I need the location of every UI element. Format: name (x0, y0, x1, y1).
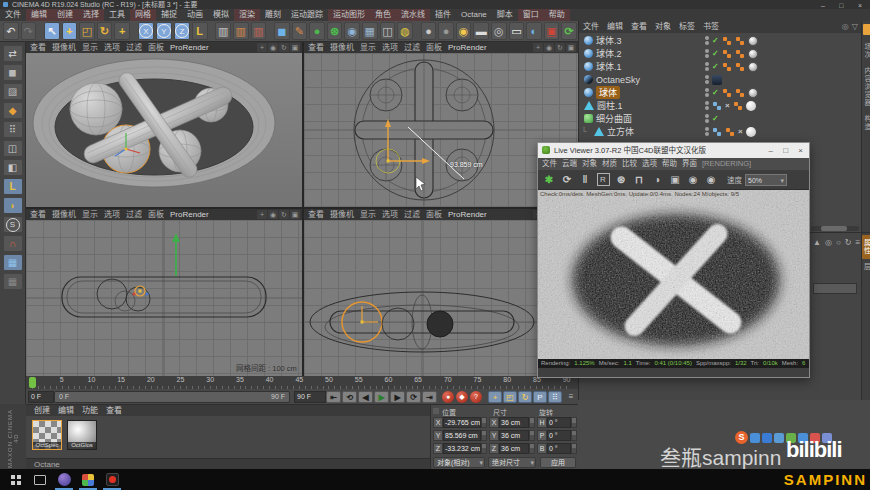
menu-item[interactable]: 脚本 (492, 9, 518, 21)
start-button[interactable] (4, 469, 28, 490)
octane-object-tag-icon[interactable] (735, 88, 745, 98)
viewport-menu-item[interactable]: 显示 (360, 42, 376, 53)
menu-item[interactable]: 插件 (430, 9, 456, 21)
prorender-menu-item[interactable]: ProRender (448, 209, 487, 220)
mograph-icon[interactable]: ▦ (362, 22, 378, 40)
rotation-h-field[interactable]: 0 ° (547, 417, 571, 428)
spinner[interactable] (529, 430, 535, 441)
generator-icon[interactable]: ● (309, 22, 325, 40)
viewport-menu-item[interactable]: 面板 (148, 209, 164, 220)
octane-object-tag-icon[interactable] (733, 101, 743, 111)
model-mode-icon[interactable]: ◼ (3, 64, 23, 81)
z-axis-lock-icon[interactable]: Z (174, 22, 190, 40)
environment-icon[interactable]: ◉ (344, 22, 360, 40)
lv-pin-camera-icon[interactable]: ◉ (685, 172, 701, 188)
taskbar-recorder-icon[interactable] (100, 469, 124, 490)
viewport-menu-item[interactable]: 面板 (426, 209, 442, 220)
material-tag-icon[interactable] (748, 88, 758, 98)
attribute-input-field[interactable] (813, 283, 857, 294)
octane-sun-icon[interactable]: ◉ (456, 22, 472, 40)
coordinate-system-icon[interactable]: L (192, 22, 208, 40)
perspective-view-canvas[interactable] (26, 53, 302, 207)
key-parameter-icon[interactable]: P (533, 391, 547, 403)
om-menu-item[interactable]: 编辑 (603, 21, 627, 33)
vp-maximize-icon[interactable]: ▣ (290, 43, 300, 52)
octane-object-tag-icon[interactable] (735, 49, 745, 59)
rotation-p-field[interactable]: 0 ° (547, 430, 571, 441)
spinner[interactable] (529, 443, 535, 454)
material-tag-icon[interactable] (748, 62, 758, 72)
enabled-check-icon[interactable]: ✓ (712, 88, 719, 97)
octane-object-tag-icon[interactable] (725, 127, 735, 137)
goto-start-icon[interactable]: ⇤ (326, 391, 341, 403)
record-keyframe-icon[interactable]: ● (442, 391, 454, 403)
lv-menu-item[interactable]: 云端 (562, 159, 577, 168)
object-name[interactable]: 立方体 (607, 125, 634, 138)
magnet-snap-icon[interactable]: ∩ (3, 235, 23, 252)
om-menu-item[interactable]: 标签 (675, 21, 699, 33)
lv-menu-item[interactable]: 比较 (622, 159, 637, 168)
object-row[interactable]: 圆柱.1× (579, 99, 861, 112)
object-row[interactable]: 细分曲面✓ (579, 112, 861, 125)
timeline-menu-button[interactable]: ≡ (566, 391, 576, 403)
octane-camera-icon[interactable]: ▣ (544, 22, 560, 40)
viewport-menu-item[interactable]: 查看 (30, 209, 46, 220)
autokey-icon[interactable]: ◆ (456, 391, 468, 403)
material-menu-item[interactable]: 查看 (102, 405, 126, 416)
move-tool-icon[interactable]: + (62, 22, 78, 40)
menu-item[interactable]: 选择 (78, 9, 104, 21)
x-axis-lock-icon[interactable]: X (138, 22, 154, 40)
menu-item[interactable]: 网格 (130, 9, 156, 21)
visibility-dots-icon[interactable] (705, 101, 709, 110)
octane-logo-icon[interactable]: ✱ (541, 172, 557, 188)
camera-icon[interactable]: ◫ (380, 22, 396, 40)
attr-history-icon[interactable]: ↻ (845, 238, 852, 247)
spinner[interactable] (481, 417, 487, 428)
octane-sky-icon[interactable]: ◐ (526, 22, 542, 40)
material-thumbnail-octglos[interactable]: OctGlos (67, 420, 97, 450)
attr-mode-icon[interactable]: ▲ (813, 238, 821, 247)
enabled-check-icon[interactable]: ✓ (712, 114, 719, 123)
lv-menu-item[interactable]: 对象 (582, 159, 597, 168)
viewport-menu-item[interactable]: 查看 (30, 42, 46, 53)
spinner[interactable] (481, 430, 487, 441)
prorender-menu-item[interactable]: ProRender (170, 42, 209, 53)
viewport-menu-item[interactable]: 摄像机 (330, 42, 354, 53)
visibility-dots-icon[interactable] (705, 62, 709, 71)
viewport-menu-item[interactable]: 面板 (426, 42, 442, 53)
object-row[interactable]: 球体✓ (579, 86, 861, 99)
visibility-dots-icon[interactable] (705, 127, 709, 136)
om-filter-icon[interactable]: ▽ (852, 22, 858, 31)
octane-arealight-icon[interactable]: ▬ (473, 22, 489, 40)
dock-tab-层[interactable]: 层 (862, 259, 870, 275)
viewport-solo-icon[interactable]: ◗ (3, 197, 23, 214)
menu-item[interactable]: Octane (456, 9, 492, 21)
phong-tag-icon[interactable] (746, 127, 756, 137)
loop-icon[interactable]: ⟳ (406, 391, 421, 403)
position-z-field[interactable]: -33.232 cm (443, 443, 481, 454)
viewport-menu-item[interactable]: 显示 (82, 209, 98, 220)
taskbar-cinema4d-icon[interactable] (52, 469, 76, 490)
menu-item[interactable]: 角色 (370, 9, 396, 21)
object-name[interactable]: 球体 (596, 86, 620, 99)
vp-maximize-icon[interactable]: ▣ (566, 43, 576, 52)
primitive-cube-icon[interactable]: ◼ (274, 22, 290, 40)
axis-mode-icon[interactable]: L (3, 178, 23, 195)
viewport-menu-item[interactable]: 过滤 (404, 42, 420, 53)
snap-icon[interactable]: S (3, 216, 23, 233)
lv-close-button[interactable]: × (794, 146, 807, 155)
render-picture-viewer-icon[interactable]: ▥ (233, 22, 249, 40)
octane-object-tag-icon[interactable] (722, 88, 732, 98)
vp-zoom-icon[interactable]: ◉ (268, 43, 278, 52)
enabled-check-icon[interactable]: ✓ (712, 62, 719, 71)
menu-item[interactable]: 运动跟踪 (286, 9, 328, 21)
size-z-field[interactable]: 36 cm (499, 443, 529, 454)
om-menu-item[interactable]: 对象 (651, 21, 675, 33)
compositing-tag-icon[interactable] (712, 101, 722, 111)
lv-menu-item[interactable]: 文件 (542, 159, 557, 168)
lv-region-icon[interactable]: R (595, 172, 611, 188)
viewport-menu-item[interactable]: 选项 (104, 42, 120, 53)
current-frame-field[interactable]: 0 F (28, 391, 54, 403)
next-frame-icon[interactable]: ▶ (390, 391, 405, 403)
object-row[interactable]: └立方体× (579, 125, 861, 138)
